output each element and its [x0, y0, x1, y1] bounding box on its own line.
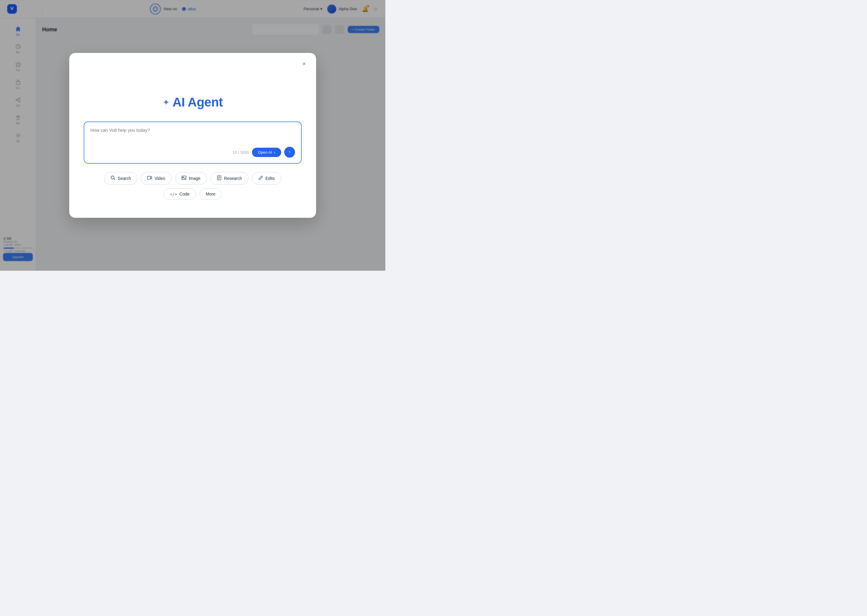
modal-close-button[interactable]: ×	[299, 59, 309, 69]
code-icon: </>	[170, 192, 177, 196]
action-btn-edits[interactable]: Edits	[252, 172, 281, 185]
action-btn-research[interactable]: Research	[210, 172, 248, 185]
video-icon	[147, 175, 152, 181]
modal-title-area: ✦ AI Agent	[162, 95, 223, 110]
action-buttons-row1: Search Video	[104, 172, 281, 185]
edits-icon	[258, 175, 263, 181]
action-btn-search[interactable]: Search	[104, 172, 137, 185]
action-btn-code[interactable]: </> Code	[164, 188, 196, 200]
action-btn-more[interactable]: More	[200, 188, 222, 200]
action-buttons-row2: </> Code More	[164, 188, 222, 200]
prompt-box: 10 / 3000 Open AI › ↑	[84, 121, 302, 163]
image-icon	[181, 175, 186, 181]
ai-agent-modal: × ✦ AI Agent 10 / 3000 Open AI › ↑	[69, 53, 316, 218]
search-icon	[110, 175, 115, 181]
svg-line-12	[114, 179, 115, 180]
svg-rect-13	[148, 176, 151, 179]
action-btn-video[interactable]: Video	[141, 172, 172, 185]
modal-overlay[interactable]: × ✦ AI Agent 10 / 3000 Open AI › ↑	[0, 0, 385, 271]
submit-button[interactable]: ↑	[284, 147, 295, 158]
prompt-footer: 10 / 3000 Open AI › ↑	[90, 147, 295, 158]
modal-title: AI Agent	[172, 95, 223, 110]
research-icon	[217, 175, 222, 181]
svg-point-11	[111, 176, 114, 179]
sparkle-icon: ✦	[162, 97, 169, 107]
open-ai-button[interactable]: Open AI ›	[252, 148, 281, 157]
char-count: 10 / 3000	[232, 150, 249, 155]
prompt-textarea[interactable]	[90, 127, 295, 143]
action-btn-image[interactable]: Image	[175, 172, 207, 185]
